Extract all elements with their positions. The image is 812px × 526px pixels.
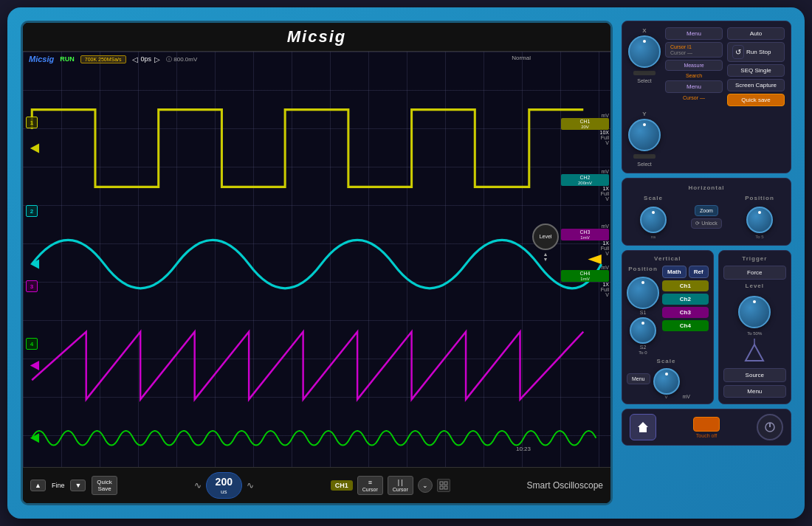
vertical-title: Vertical <box>627 255 709 262</box>
measure-button[interactable]: Measure <box>665 60 723 71</box>
ch4-marker: 4 <box>26 338 38 350</box>
scale-knob[interactable] <box>640 207 667 233</box>
select-label-y: Select <box>637 162 651 167</box>
expand-button[interactable]: ⌄ <box>418 478 433 493</box>
svg-rect-3 <box>444 486 447 489</box>
wave-left-icon: ∿ <box>194 480 202 491</box>
ch1-button[interactable]: Ch1 <box>662 280 709 291</box>
ref-button[interactable]: Ref <box>689 266 709 278</box>
power-button[interactable] <box>757 414 783 440</box>
position-v-group: Position S1 S2 To 0 <box>627 266 659 355</box>
ch4-button[interactable]: Ch4 <box>662 320 709 331</box>
cursor1-button[interactable]: ≡ Cursor <box>357 476 383 495</box>
volt-info: ⓘ 800.0mV <box>166 55 197 63</box>
scale-v-group: Scale V <box>653 358 680 399</box>
menu-trig-button[interactable]: Menu <box>723 385 786 398</box>
position-knob-dot <box>758 211 761 214</box>
knob-dot <box>643 40 646 43</box>
force-button[interactable]: Force <box>723 266 786 280</box>
auto-button[interactable]: Auto <box>727 27 785 40</box>
level-trigger-label: Level <box>746 283 764 289</box>
horizontal-controls: Scale ns Zoom ⟳ Unlock Position To 5 <box>628 195 785 239</box>
run-stop-button[interactable]: ↺ Run Stop <box>727 42 785 62</box>
ch4-waveform <box>32 431 596 446</box>
v-label-v: V <box>665 395 668 399</box>
y-knob-row: Y Select <box>628 111 785 167</box>
ch3-level-marker <box>30 361 39 370</box>
cursor-i1-display: Cursor I1 Cursor — <box>665 42 723 58</box>
quick-save-right-button[interactable]: Quick save <box>727 94 785 106</box>
screen-header: Micsig RUN 700K 250MSa/s ◁ 0ps ▷ ⓘ 800.0… <box>29 55 605 63</box>
channel-buttons: Math Ref Ch1 Ch2 Ch3 Ch4 <box>662 266 709 355</box>
grid-icon <box>437 479 450 492</box>
fine-label: Fine <box>52 482 65 489</box>
brand-label: Micsig <box>29 55 54 63</box>
position-v2-knob[interactable] <box>630 317 656 344</box>
home-button[interactable] <box>630 414 656 440</box>
level-control[interactable]: Level ▲▼ <box>532 224 559 262</box>
position-knob[interactable] <box>746 207 773 233</box>
horizontal-title: Horizontal <box>628 184 785 191</box>
level-knob[interactable]: Level <box>532 224 559 250</box>
seq-single-button[interactable]: SEQ Single <box>727 64 785 77</box>
fine-down-button[interactable]: ▼ <box>70 480 86 491</box>
touch-off-label: Touch off <box>696 433 717 438</box>
bottom-nav: Touch off <box>622 409 791 446</box>
cursor2-button[interactable]: | | Cursor <box>388 476 413 495</box>
smart-oscilloscope-label: Smart Oscilloscope <box>527 480 603 491</box>
select-label-x: Select <box>637 78 651 83</box>
screen-capture-button[interactable]: Screen Capture <box>727 79 785 91</box>
x-select: Select <box>633 69 656 83</box>
menu-v-button[interactable]: Menu <box>627 373 650 384</box>
trigger-title: Trigger <box>723 255 786 262</box>
ch2-marker: 2 <box>26 205 38 217</box>
ch1-level-marker <box>30 143 39 153</box>
ch3-button[interactable]: Ch3 <box>662 307 709 318</box>
timebase-info: 700K 250MSa/s <box>80 55 126 63</box>
quick-save-button[interactable]: QuickSave <box>92 476 117 495</box>
menu-button-2[interactable]: Menu <box>665 80 723 93</box>
trigger-info: ◁ 0ps ▷ <box>132 55 161 63</box>
cursor-dash-label: Cursor — <box>665 95 723 100</box>
ch2-button[interactable]: Ch2 <box>662 294 709 305</box>
wave-right-icon: ∿ <box>247 480 254 491</box>
unlock-button[interactable]: ⟳ Unlock <box>691 218 721 229</box>
svg-rect-1 <box>444 482 447 485</box>
position-v-knob[interactable] <box>627 277 659 309</box>
scale-v-knob[interactable] <box>653 368 680 395</box>
s2-label: S2 <box>640 345 647 350</box>
svg-marker-6 <box>638 422 648 432</box>
scale-v-label: Scale <box>657 358 676 364</box>
pos-v-dot <box>641 281 644 284</box>
position-v-label: Position <box>628 266 658 272</box>
trigger-section: Trigger Force Level To 50% <box>718 250 791 404</box>
zoom-button[interactable]: Zoom <box>695 205 718 216</box>
ch1-waveform <box>32 110 583 187</box>
y-knob[interactable] <box>628 119 661 151</box>
ch2-label-group: mV CH2200mV 1X Full V <box>561 169 609 201</box>
touch-off-button[interactable] <box>693 417 720 432</box>
screen-bottom-bar: ▲ Fine ▼ QuickSave ∿ 200 us ∿ CH1 ≡ Curs… <box>23 467 610 503</box>
ch1-label-group: mV CH120V 10X Full V <box>561 113 609 145</box>
position-label: Position <box>745 195 774 201</box>
timestamp: 10:23 <box>516 446 531 452</box>
ch1-badge[interactable]: CH1 <box>331 480 353 491</box>
trigger-shape <box>741 339 768 365</box>
math-button[interactable]: Math <box>662 266 687 278</box>
menu-button[interactable]: Menu <box>665 27 723 40</box>
position-knob-group: Position To 5 <box>734 195 785 239</box>
run-status: RUN <box>60 55 75 63</box>
ch3-marker: 3 <box>26 280 38 292</box>
source-button[interactable]: Source <box>723 368 786 382</box>
vertical-controls: Position S1 S2 To 0 Ma <box>627 266 709 355</box>
screen-title: Micsig <box>23 23 610 52</box>
pos-v2-dot <box>641 322 644 325</box>
time-display: 200 us <box>206 472 242 499</box>
fine-up-button[interactable]: ▲ <box>30 480 46 491</box>
s1-label: S1 <box>640 310 647 315</box>
screen-panel: Micsig Micsig RUN 700K 250MSa/s ◁ 0ps ▷ … <box>21 21 613 505</box>
x-knob[interactable] <box>628 35 661 68</box>
knob-dot-y <box>643 123 646 126</box>
level-trig-knob[interactable] <box>738 296 771 328</box>
level-trig-dot <box>753 300 756 303</box>
